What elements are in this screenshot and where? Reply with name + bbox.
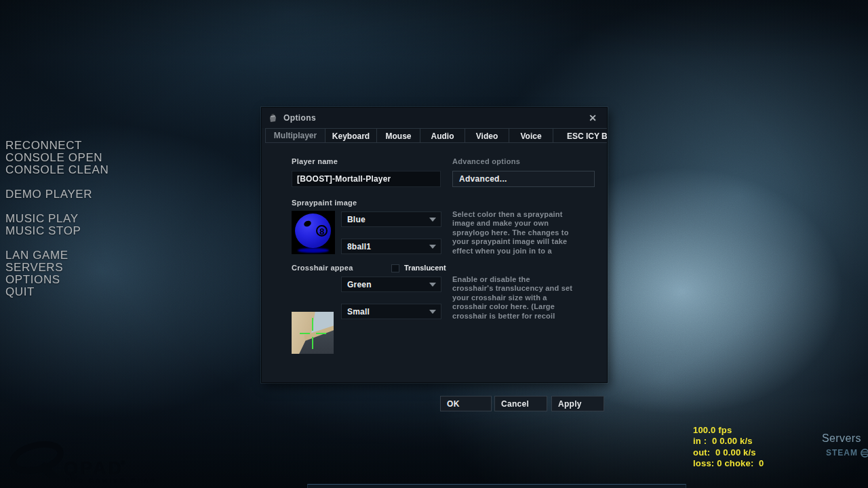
help-line: crosshair's translucency and set: [452, 284, 597, 293]
tab-voice[interactable]: Voice: [509, 128, 553, 143]
menu-item-demo-player[interactable]: DEMO PLAYER: [5, 188, 108, 201]
menu-item-music-stop[interactable]: MUSIC STOP: [5, 225, 108, 237]
menu-item-console-clean[interactable]: CONSOLE CLEAN: [5, 164, 108, 176]
spray-image-value: 8ball1: [342, 242, 371, 251]
crosshair-size-value: Small: [342, 307, 370, 317]
menu-item-reconnect[interactable]: RECONNECT: [5, 140, 108, 152]
qpad-tagline: PRO GAMING GEAR: [65, 477, 157, 484]
crosshair-size-dropdown[interactable]: Small: [341, 304, 441, 319]
spray-color-value: Blue: [342, 215, 366, 224]
steam-logo-text: STEAM: [826, 448, 858, 458]
spray-ball-number: 8: [316, 225, 328, 237]
crosshair-help-text: Enable or disable the crosshair's transl…: [452, 275, 597, 321]
advanced-options-label: Advanced options: [452, 157, 520, 165]
chevron-down-icon: [429, 310, 436, 314]
spray-ball-highlight: [303, 220, 312, 228]
net-in-readout: in : 0 0.00 k/s: [693, 436, 764, 447]
close-icon[interactable]: ✕: [585, 111, 600, 125]
menu-item-console-open[interactable]: CONSOLE OPEN: [5, 152, 108, 164]
help-line: crosshair is better for recoil: [452, 312, 597, 321]
console-window-top-edge: [307, 484, 686, 488]
multiplayer-tab-content: Player name Advanced options Advanced...…: [262, 144, 607, 382]
tab-multiplayer[interactable]: Multiplayer: [265, 128, 326, 143]
qpad-logo: QPAD ® PRO GAMING GEAR: [4, 439, 174, 487]
chevron-down-icon: [429, 245, 436, 249]
spraypaint-help-text: Select color then a spraypaint image and…: [452, 210, 597, 256]
spray-8ball-image: 8: [295, 214, 331, 248]
translucent-checkbox[interactable]: [391, 264, 399, 272]
tab-video[interactable]: Video: [465, 128, 509, 143]
help-line: spraylogo here. The changes to: [452, 228, 597, 237]
tab-audio[interactable]: Audio: [420, 128, 465, 143]
menu-item-quit[interactable]: QUIT: [5, 286, 108, 298]
options-dialog: Options ✕ Multiplayer Keyboard Mouse Aud…: [261, 107, 608, 383]
menu-item-options[interactable]: OPTIONS: [5, 274, 108, 286]
crosshair-segment: [316, 333, 326, 334]
player-name-label: Player name: [292, 157, 338, 165]
help-line: effect when you join in to a: [452, 247, 597, 256]
crosshair-preview: [292, 312, 334, 354]
servers-link[interactable]: Servers: [822, 432, 861, 445]
menu-item-servers[interactable]: SERVERS: [5, 262, 108, 274]
cancel-button[interactable]: Cancel: [494, 396, 547, 411]
help-line: your crosshair size with a: [452, 293, 597, 302]
steam-valve-icon: [861, 449, 868, 458]
crosshair-segment: [312, 318, 313, 331]
ok-button[interactable]: OK: [440, 396, 492, 411]
dialog-titlebar[interactable]: Options ✕: [262, 108, 607, 128]
menu-item-lan-game[interactable]: LAN GAME: [5, 249, 108, 262]
game-main-menu: RECONNECT CONSOLE OPEN CONSOLE CLEAN DEM…: [5, 140, 108, 298]
help-line: Select color then a spraypaint: [452, 210, 597, 219]
advanced-button[interactable]: Advanced...: [452, 171, 595, 187]
player-name-input[interactable]: [292, 171, 441, 187]
crosshair-appearance-label: Crosshair appea: [292, 264, 353, 272]
tab-esc-icy-boost[interactable]: ESC ICY BO: [553, 128, 607, 143]
dialog-tabbar: Multiplayer Keyboard Mouse Audio Video V…: [265, 128, 607, 143]
fps-readout: 100.0 fps: [693, 425, 764, 436]
help-line: crosshair color here. (Large: [452, 302, 597, 311]
spraypaint-preview: 8: [292, 211, 335, 254]
netgraph-hud: 100.0 fps in : 0 0.00 k/s out: 0 0.00 k/…: [693, 425, 764, 470]
dialog-title: Options: [283, 113, 316, 123]
crosshair-segment: [312, 337, 313, 349]
steam-logo: STEAM: [826, 448, 868, 458]
help-line: Enable or disable the: [452, 275, 597, 284]
spraypaint-image-label: Spraypaint image: [292, 199, 357, 207]
help-line: image and make your own: [452, 219, 597, 228]
chevron-down-icon: [429, 218, 436, 222]
spray-image-dropdown[interactable]: 8ball1: [341, 239, 441, 254]
crosshair-color-value: Green: [342, 280, 372, 289]
options-dialog-icon: [269, 113, 277, 123]
qpad-wordmark: QPAD: [64, 458, 123, 479]
help-line: your spraypaint image will take: [452, 237, 597, 246]
net-loss-readout: loss: 0 choke: 0: [693, 458, 764, 469]
tab-keyboard[interactable]: Keyboard: [326, 128, 377, 143]
menu-item-music-play[interactable]: MUSIC PLAY: [5, 213, 108, 225]
crosshair-segment: [300, 333, 310, 334]
apply-button[interactable]: Apply: [551, 396, 604, 411]
spray-ball-shadow: [298, 248, 329, 253]
qpad-reg-mark: ®: [121, 460, 125, 466]
translucent-label: Translucent: [404, 264, 454, 272]
chevron-down-icon: [429, 283, 436, 287]
tab-mouse[interactable]: Mouse: [377, 128, 420, 143]
crosshair-color-dropdown[interactable]: Green: [341, 277, 441, 292]
spray-color-dropdown[interactable]: Blue: [341, 211, 441, 227]
net-out-readout: out: 0 0.00 k/s: [693, 447, 764, 458]
